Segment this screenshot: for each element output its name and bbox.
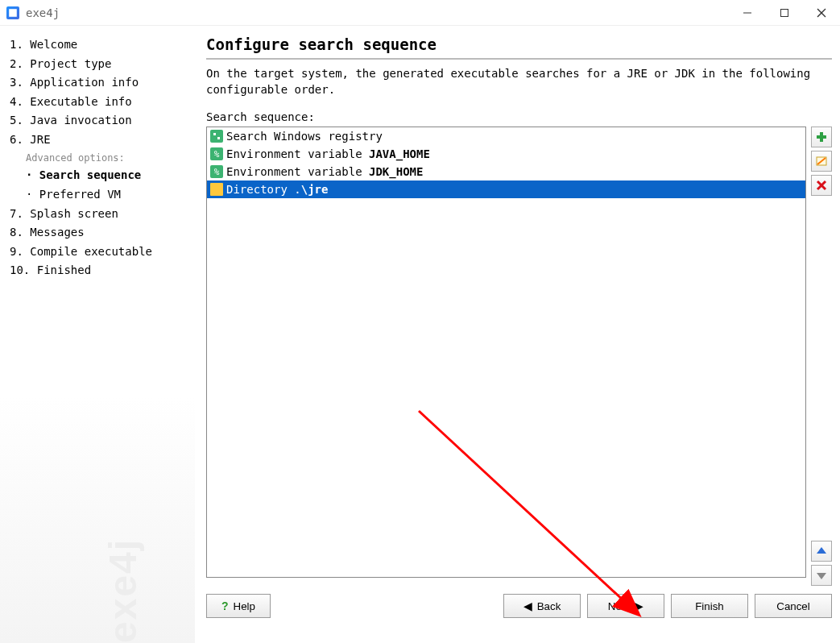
sidebar-item[interactable]: 10. Finished: [10, 261, 188, 280]
env-icon: %: [210, 165, 223, 178]
svg-marker-14: [817, 573, 826, 579]
sidebar-item[interactable]: 4. Executable info: [10, 93, 188, 112]
reg-icon: [210, 130, 223, 143]
finish-label: Finish: [695, 600, 724, 612]
search-sequence-item[interactable]: %Environment variable JAVA_HOME: [207, 145, 805, 163]
sidebar-advanced-header: Advanced options:: [10, 150, 188, 167]
delete-button[interactable]: [811, 175, 832, 196]
sidebar-item[interactable]: 1. Welcome: [10, 35, 188, 55]
next-icon: ▶: [635, 599, 643, 612]
finish-button[interactable]: Finish: [671, 594, 748, 618]
search-sequence-item[interactable]: %Environment variable JDK_HOME: [207, 163, 805, 180]
next-button[interactable]: Next ▶: [587, 594, 664, 618]
move-down-button[interactable]: [811, 565, 832, 586]
back-button[interactable]: ◀ Back: [503, 594, 581, 618]
add-button[interactable]: [811, 127, 832, 147]
edit-button[interactable]: [811, 151, 832, 172]
close-button[interactable]: [803, 0, 840, 26]
search-sequence-item[interactable]: Directory .\jre: [207, 180, 805, 198]
sidebar-item[interactable]: 9. Compile executable: [10, 243, 188, 262]
page-description: On the target system, the generated exec…: [206, 66, 832, 97]
svg-rect-5: [212, 131, 221, 141]
item-text: Search Windows registry: [226, 130, 383, 143]
item-text: Environment variable JAVA_HOME: [226, 147, 430, 160]
svg-rect-0: [9, 9, 17, 17]
wizard-sidebar: 1. Welcome2. Project type3. Application …: [0, 26, 195, 643]
help-button[interactable]: ? Help: [206, 594, 271, 618]
svg-rect-7: [217, 137, 220, 139]
window-title: exe4j: [26, 6, 729, 19]
env-icon: %: [210, 147, 223, 160]
back-label: Back: [537, 600, 561, 612]
main-panel: Configure search sequence On the target …: [195, 26, 840, 643]
app-icon: [6, 6, 19, 19]
sidebar-item[interactable]: 3. Application info: [10, 73, 188, 93]
help-icon: ?: [221, 599, 229, 612]
sidebar-item[interactable]: 7. Splash screen: [10, 205, 188, 224]
sidebar-item[interactable]: 5. Java invocation: [10, 111, 188, 131]
move-up-button[interactable]: [811, 541, 832, 562]
sidebar-item[interactable]: 2. Project type: [10, 55, 188, 74]
sidebar-watermark: exe4j: [101, 538, 145, 643]
search-sequence-label: Search sequence:: [206, 110, 832, 123]
next-label: Next: [608, 600, 630, 612]
svg-rect-9: [817, 135, 826, 139]
svg-rect-2: [781, 9, 788, 16]
sidebar-advanced-item[interactable]: Preferred VM: [10, 185, 188, 205]
search-sequence-item[interactable]: Search Windows registry: [207, 127, 805, 145]
cancel-button[interactable]: Cancel: [755, 594, 832, 618]
dir-icon: [210, 183, 223, 196]
back-icon: ◀: [523, 599, 532, 612]
sidebar-item[interactable]: 8. Messages: [10, 223, 188, 243]
item-text: Environment variable JDK_HOME: [226, 165, 423, 178]
titlebar: exe4j: [0, 0, 840, 26]
minimize-button[interactable]: [729, 0, 766, 26]
item-text: Directory .\jre: [226, 183, 328, 196]
maximize-button[interactable]: [766, 0, 803, 26]
help-label: Help: [234, 600, 255, 612]
page-heading: Configure search sequence: [206, 35, 832, 60]
svg-marker-13: [817, 547, 826, 554]
sidebar-advanced-item[interactable]: Search sequence: [10, 166, 188, 185]
search-sequence-list[interactable]: Search Windows registry%Environment vari…: [206, 127, 806, 578]
sidebar-item[interactable]: 6. JRE: [10, 131, 188, 150]
cancel-label: Cancel: [776, 600, 810, 612]
svg-rect-6: [213, 133, 216, 135]
